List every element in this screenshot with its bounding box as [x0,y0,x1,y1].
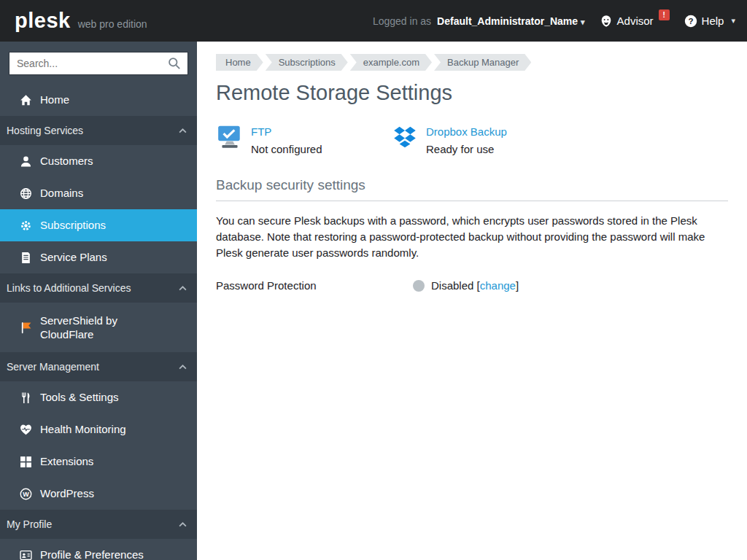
breadcrumb-item-backup-manager: Backup Manager [434,54,531,71]
sidebar-item-profile-preferences[interactable]: Profile & Preferences [0,539,197,560]
sidebar-item-label: Home [40,93,69,107]
search-input[interactable] [9,52,188,75]
ftp-storage-icon[interactable] [216,124,244,152]
sidebar-section-my-profile[interactable]: My Profile [0,510,197,539]
status-text: Disabled [431,279,473,292]
sidebar-item-label: Customers [40,154,93,168]
section-label: Links to Additional Services [7,282,131,294]
top-header: plesk web pro edition Logged in as Defau… [0,0,747,42]
sidebar-item-label: Service Plans [40,250,107,265]
sidebar: Home Hosting Services Customers Domains [0,42,197,560]
home-icon [20,94,32,106]
help-icon: ? [684,15,697,28]
chevron-down-icon: ▾ [581,18,585,26]
plesk-app: plesk web pro edition Logged in as Defau… [0,0,747,560]
advisor-menu[interactable]: Advisor ! [600,15,670,28]
sidebar-section-server-management[interactable]: Server Management [0,352,197,381]
breadcrumb-item-subscriptions[interactable]: Subscriptions [266,54,348,71]
password-protection-label: Password Protection [216,279,413,292]
logged-in-label: Logged in as [373,15,431,27]
subscriptions-icon [20,219,32,232]
sidebar-item-label: ServerShield by CloudFlare [40,314,171,342]
header-right: Logged in as Default_Administrator_Name▾… [373,15,735,28]
sidebar-item-label: Subscriptions [40,218,106,233]
advisor-icon [600,15,613,28]
sidebar-item-tools-settings[interactable]: Tools & Settings [0,381,197,413]
chevron-up-icon [179,365,187,370]
security-settings-heading: Backup security settings [216,177,728,201]
sidebar-item-health-monitoring[interactable]: Health Monitoring [0,413,197,446]
logo-wrap: plesk web pro edition [15,9,147,33]
sidebar-item-subscriptions[interactable]: Subscriptions [0,209,197,241]
wordpress-icon: W [20,488,32,500]
edition-label: web pro edition [78,18,147,30]
sidebar-item-label: Domains [40,186,83,201]
sidebar-item-service-plans[interactable]: Service Plans [0,241,197,273]
user-name: Default_Administrator_Name [437,15,578,27]
plesk-logo[interactable]: plesk [15,9,71,33]
profile-card-icon [20,549,32,560]
sidebar-item-extensions[interactable]: Extensions [0,446,197,478]
advisor-label: Advisor [617,15,654,27]
sidebar-item-domains[interactable]: Domains [0,177,197,209]
sidebar-search [0,42,197,84]
breadcrumb-item-domain[interactable]: example.com [350,54,432,71]
sidebar-item-label: Tools & Settings [40,390,119,405]
customers-icon [20,155,32,168]
sidebar-item-label: Extensions [40,454,93,469]
sidebar-item-label: WordPress [40,486,94,501]
sidebar-item-customers[interactable]: Customers [0,145,197,177]
svg-text:?: ? [688,17,693,26]
password-protection-status: Disabled [change] [431,279,519,292]
search-icon [168,57,181,70]
service-plans-icon [20,252,32,264]
breadcrumb-item-home[interactable]: Home [216,54,263,71]
chevron-up-icon [179,286,187,291]
tools-icon [20,392,32,404]
help-menu[interactable]: ? Help▾ [684,15,735,28]
domains-icon [20,187,32,200]
sidebar-item-home[interactable]: Home [0,84,197,116]
svg-text:W: W [23,490,29,497]
password-protection-row: Password Protection Disabled [change] [216,279,728,292]
chevron-up-icon [179,128,187,133]
sidebar-item-servershield[interactable]: ServerShield by CloudFlare [0,303,197,352]
security-description: You can secure Plesk backups with a pass… [216,213,728,260]
user-menu[interactable]: Default_Administrator_Name▾ [437,15,584,27]
status-indicator-dot [413,280,425,292]
sidebar-item-label: Profile & Preferences [40,548,144,560]
help-label: Help [702,15,724,27]
storage-option-dropbox: Dropbox Backup Ready for use [391,124,566,155]
extensions-blocks-icon [20,456,32,468]
storage-options: FTP Not configured Dropbox Backup Ready … [216,124,728,155]
sidebar-nav: Home Hosting Services Customers Domains [0,84,197,560]
bracket-close: ] [516,279,519,292]
section-label: Server Management [7,361,99,373]
change-link[interactable]: change [480,279,516,292]
breadcrumb: Home Subscriptions example.com Backup Ma… [216,54,728,71]
storage-option-ftp: FTP Not configured [216,124,391,155]
main-content: Home Subscriptions example.com Backup Ma… [197,42,747,560]
sidebar-item-label: Health Monitoring [40,422,126,437]
sidebar-section-hosting-services[interactable]: Hosting Services [0,116,197,145]
sidebar-section-additional-services[interactable]: Links to Additional Services [0,273,197,303]
chevron-down-icon: ▾ [731,16,735,26]
sidebar-item-wordpress[interactable]: W WordPress [0,478,197,510]
chevron-up-icon [179,522,187,527]
ftp-status: Not configured [251,143,322,155]
storage-option-text: FTP Not configured [251,124,322,155]
servershield-flag-icon [20,322,32,334]
advisor-notification-badge: ! [659,9,670,20]
health-heart-icon [20,424,32,436]
page-title: Remote Storage Settings [216,81,728,105]
dropbox-status: Ready for use [426,143,507,155]
dropbox-icon[interactable] [391,124,419,152]
section-label: My Profile [7,518,52,530]
dropbox-backup-link[interactable]: Dropbox Backup [426,125,507,138]
storage-option-text: Dropbox Backup Ready for use [426,124,507,155]
ftp-link[interactable]: FTP [251,125,271,138]
section-label: Hosting Services [7,125,83,136]
